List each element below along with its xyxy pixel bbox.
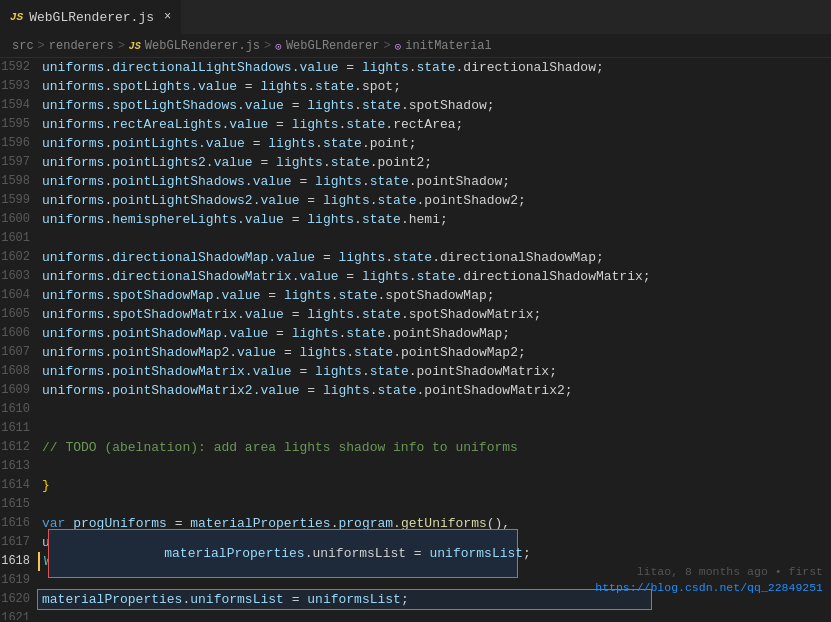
line-numbers: 1592159315941595159615971598159916001601… [0,58,38,620]
code-line: uniforms.hemisphereLights.value = lights… [38,210,651,229]
code-container[interactable]: 1592159315941595159615971598159916001601… [0,58,831,620]
breadcrumb-sep-3: > [264,39,271,53]
code-line: uniforms.directionalLightShadows.value =… [38,58,651,77]
line-number: 1613 [0,457,38,476]
code-line: uniforms.spotLightShadows.value = lights… [38,96,651,115]
code-line: uniforms.pointShadowMap2.value = lights.… [38,343,651,362]
line-number: 1600 [0,210,38,229]
js-file-icon: JS [10,11,23,23]
line-number: 1608 [0,362,38,381]
line-number: 1598 [0,172,38,191]
line-number: 1597 [0,153,38,172]
active-tab[interactable]: JS WebGLRenderer.js × [0,0,182,35]
line-number: 1594 [0,96,38,115]
breadcrumb-func: initMaterial [405,39,491,53]
code-line: uniforms.pointLightShadows2.value = ligh… [38,191,651,210]
line-number: 1611 [0,419,38,438]
code-line [38,229,651,248]
code-line: uniforms.pointLights.value = lights.stat… [38,134,651,153]
code-line: uniforms.pointShadowMatrix.value = light… [38,362,651,381]
breadcrumb-class-icon: ⊙ [275,40,282,53]
breadcrumb-class: WebGLRenderer [286,39,380,53]
line-number: 1596 [0,134,38,153]
breadcrumb: src > renderers > JS WebGLRenderer.js > … [0,35,831,58]
code-line: uniforms.pointShadowMap.value = lights.s… [38,324,651,343]
code-line: uniforms.directionalShadowMap.value = li… [38,248,651,267]
code-line: uniforms.pointLights2.value = lights.sta… [38,153,651,172]
line-number: 1606 [0,324,38,343]
code-line [38,609,651,620]
line-number: 1612 [0,438,38,457]
breadcrumb-func-icon: ⊙ [395,40,402,53]
line-number: 1615 [0,495,38,514]
line-number: 1601 [0,229,38,248]
code-line: uniforms.pointLightShadows.value = light… [38,172,651,191]
editor-root: JS WebGLRenderer.js × src > renderers > … [0,0,831,620]
breadcrumb-sep-2: > [118,39,125,53]
code-line: } [38,476,651,495]
breadcrumb-js-icon: JS [129,41,141,52]
breadcrumb-filename: WebGLRenderer.js [145,39,260,53]
breadcrumb-sep-4: > [384,39,391,53]
code-line: uniforms.spotShadowMatrix.value = lights… [38,305,651,324]
hover-tooltip: materialProperties.uniformsList = unifor… [48,529,518,578]
line-number: 1620 [0,590,38,609]
code-line: materialProperties.uniformsList = unifor… [38,590,651,609]
line-number: 1619 [0,571,38,590]
breadcrumb-renderers: renderers [49,39,114,53]
line-number: 1610 [0,400,38,419]
line-number: 1602 [0,248,38,267]
tab-close-button[interactable]: × [164,10,171,24]
line-number: 1621 [0,609,38,620]
code-line: uniforms.spotLights.value = lights.state… [38,77,651,96]
line-number: 1604 [0,286,38,305]
code-line: uniforms.directionalShadowMatrix.value =… [38,267,651,286]
tab-filename: WebGLRenderer.js [29,10,154,25]
line-number: 1599 [0,191,38,210]
line-number: 1609 [0,381,38,400]
code-line [38,419,651,438]
line-number: 1614 [0,476,38,495]
git-blame: litao, 8 months ago • first [637,565,823,578]
code-line: uniforms.rectAreaLights.value = lights.s… [38,115,651,134]
line-number: 1603 [0,267,38,286]
line-number: 1618 [0,552,38,571]
breadcrumb-sep-1: > [38,39,45,53]
code-line [38,400,651,419]
code-line: // TODO (abelnation): add area lights sh… [38,438,651,457]
line-number: 1593 [0,77,38,96]
git-url: https://blog.csdn.net/qq_22849251 [595,581,823,594]
breadcrumb-src: src [12,39,34,53]
code-line [38,457,651,476]
line-number: 1617 [0,533,38,552]
code-line [38,495,651,514]
code-line: uniforms.spotShadowMap.value = lights.st… [38,286,651,305]
tab-bar: JS WebGLRenderer.js × [0,0,831,35]
line-number: 1607 [0,343,38,362]
line-number: 1592 [0,58,38,77]
line-number: 1605 [0,305,38,324]
code-line: uniforms.pointShadowMatrix2.value = ligh… [38,381,651,400]
line-number: 1616 [0,514,38,533]
line-number: 1595 [0,115,38,134]
